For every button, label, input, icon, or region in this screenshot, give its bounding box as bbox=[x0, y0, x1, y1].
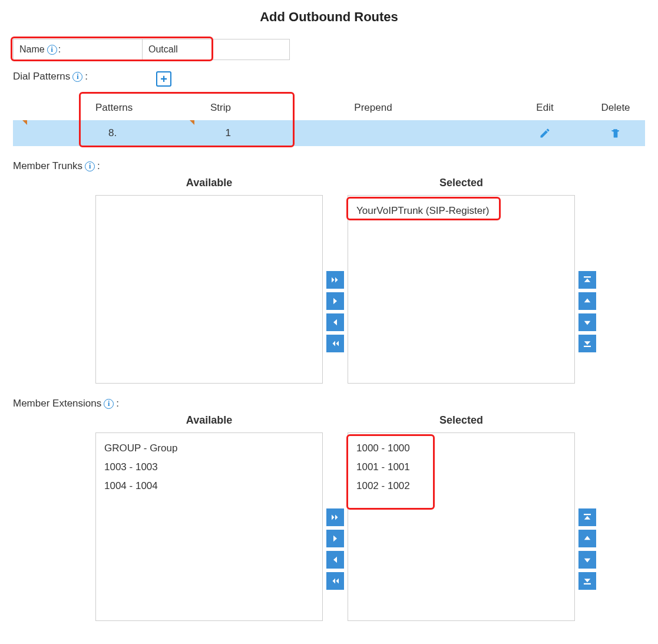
list-item[interactable]: GROUP - Group bbox=[104, 439, 314, 458]
header-patterns: Patterns bbox=[13, 102, 166, 114]
member-trunks-label: Member Trunks i : bbox=[13, 160, 645, 172]
move-all-left-button[interactable] bbox=[326, 572, 344, 590]
member-trunks-colon: : bbox=[97, 160, 100, 172]
name-label-cell: Name i : bbox=[13, 39, 143, 60]
pencil-icon bbox=[539, 127, 551, 139]
corner-marker bbox=[22, 120, 27, 125]
info-icon[interactable]: i bbox=[47, 45, 57, 55]
trunks-available-title: Available bbox=[186, 177, 232, 189]
cell-pattern: 8. bbox=[13, 127, 166, 139]
ext-selected-title: Selected bbox=[439, 414, 483, 427]
delete-button[interactable] bbox=[586, 127, 645, 139]
move-all-left-button[interactable] bbox=[326, 335, 344, 352]
name-blank[interactable] bbox=[213, 39, 290, 60]
member-extensions-text: Member Extensions bbox=[13, 398, 101, 409]
list-item[interactable]: 1003 - 1003 bbox=[104, 458, 314, 477]
name-row: Name i : Outcall bbox=[13, 39, 645, 60]
name-input[interactable]: Outcall bbox=[143, 39, 213, 60]
header-edit: Edit bbox=[504, 102, 586, 114]
member-trunks-dual: Available Selected YourVoIPTrunk (SIP-Re… bbox=[95, 177, 645, 384]
corner-marker bbox=[190, 120, 194, 125]
member-extensions-colon: : bbox=[116, 398, 119, 409]
header-prepend: Prepend bbox=[243, 102, 504, 114]
move-up-button[interactable] bbox=[578, 292, 596, 310]
ext-available-list[interactable]: GROUP - Group1003 - 10031004 - 1004 bbox=[95, 432, 323, 621]
trunks-available-list[interactable] bbox=[95, 195, 323, 384]
header-delete: Delete bbox=[586, 102, 645, 114]
list-item[interactable]: 1002 - 1002 bbox=[356, 477, 566, 496]
name-label: Name bbox=[19, 44, 45, 55]
move-down-button[interactable] bbox=[578, 551, 596, 569]
member-extensions-label: Member Extensions i : bbox=[13, 398, 645, 409]
ext-available-title: Available bbox=[186, 414, 232, 427]
move-bottom-button[interactable] bbox=[578, 572, 596, 590]
cell-strip: 1 bbox=[166, 127, 243, 139]
member-extensions-dual: Available GROUP - Group1003 - 10031004 -… bbox=[95, 414, 645, 621]
list-item[interactable]: 1000 - 1000 bbox=[356, 439, 566, 458]
move-left-button[interactable] bbox=[326, 313, 344, 331]
move-right-button[interactable] bbox=[326, 292, 344, 310]
ext-selected-list[interactable]: 1000 - 10001001 - 10011002 - 1002 bbox=[348, 432, 575, 621]
move-right-button[interactable] bbox=[326, 530, 344, 547]
name-colon: : bbox=[58, 44, 61, 55]
dial-patterns-label: Dial Patterns i : bbox=[13, 71, 88, 82]
info-icon[interactable]: i bbox=[85, 161, 95, 171]
list-item[interactable]: YourVoIPTrunk (SIP-Register) bbox=[356, 202, 566, 220]
header-strip: Strip bbox=[166, 102, 243, 114]
dial-patterns-colon: : bbox=[85, 71, 88, 82]
trash-icon bbox=[610, 127, 621, 139]
move-left-button[interactable] bbox=[326, 551, 344, 569]
page-title: Add Outbound Routes bbox=[13, 9, 645, 25]
info-icon[interactable]: i bbox=[104, 399, 114, 409]
trunks-selected-list[interactable]: YourVoIPTrunk (SIP-Register) bbox=[348, 195, 575, 384]
ext-order-buttons bbox=[575, 477, 596, 621]
move-top-button[interactable] bbox=[578, 508, 596, 526]
info-icon[interactable]: i bbox=[72, 72, 82, 82]
edit-button[interactable] bbox=[504, 127, 586, 139]
move-up-button[interactable] bbox=[578, 530, 596, 547]
trunks-order-buttons bbox=[575, 239, 596, 384]
dial-patterns-text: Dial Patterns bbox=[13, 71, 70, 82]
ext-move-buttons bbox=[323, 477, 348, 621]
list-item[interactable]: 1004 - 1004 bbox=[104, 477, 314, 496]
member-trunks-text: Member Trunks bbox=[13, 160, 82, 172]
move-down-button[interactable] bbox=[578, 313, 596, 331]
table-row[interactable]: 8. 1 bbox=[13, 120, 645, 146]
add-pattern-button[interactable]: + bbox=[156, 71, 171, 87]
list-item[interactable]: 1001 - 1001 bbox=[356, 458, 566, 477]
trunks-move-buttons bbox=[323, 239, 348, 384]
trunks-selected-title: Selected bbox=[439, 177, 483, 189]
move-all-right-button[interactable] bbox=[326, 271, 344, 289]
dial-patterns-table: Patterns Strip Prepend Edit Delete 8. 1 bbox=[13, 95, 645, 146]
table-header: Patterns Strip Prepend Edit Delete bbox=[13, 95, 645, 120]
move-all-right-button[interactable] bbox=[326, 508, 344, 526]
move-bottom-button[interactable] bbox=[578, 335, 596, 352]
move-top-button[interactable] bbox=[578, 271, 596, 289]
